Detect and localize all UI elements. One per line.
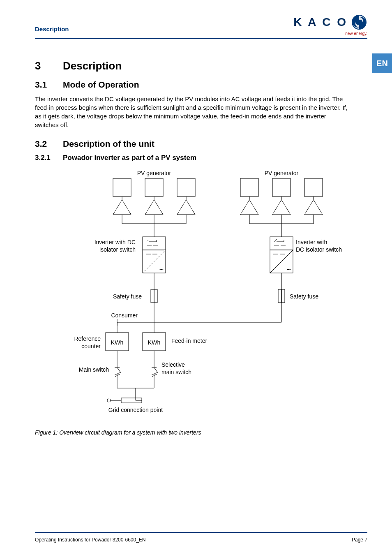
swirl-icon [351,14,367,30]
label-reference-counter-1: Reference [74,335,101,342]
section-number: 3 [35,60,63,72]
brand-name: K A C O [293,16,348,29]
label-inverter-left-line2: isolator switch [99,246,136,253]
label-pv-generator-left: PV generator [137,170,171,176]
label-consumer: Consumer [111,312,138,319]
svg-rect-12 [240,178,258,197]
subsection-title: Powador inverter as part of a PV system [63,154,196,162]
subsection-title: Description of the unit [63,139,154,148]
svg-point-70 [107,399,111,402]
svg-rect-1 [113,178,131,197]
label-inverter-right-line2: DC isolator switch [296,246,342,253]
language-tab: EN [372,53,392,73]
brand-block: K A C O new energy. [293,16,367,36]
label-pv-generator-right: PV generator [265,170,299,176]
label-feed-in-meter: Feed-in meter [171,338,207,344]
subsection-number: 3.2.1 [35,154,63,162]
mode-of-operation-body: The inverter converts the DC voltage gen… [35,95,351,129]
subsection-3-2-heading: 3.2Description of the unit [35,139,367,149]
page-header: Description K A C O new energy. [35,16,367,39]
circuit-diagram: PV generator PV generator [55,170,343,425]
figure-caption: Figure 1: Overview circuit diagram for a… [35,429,367,436]
page-footer: Operating Instructions for Powador 3200-… [35,532,367,543]
svg-rect-7 [177,178,195,197]
label-inverter-left-line1: Inverter with DC [95,239,136,245]
label-grid-connection: Grid connection point [108,407,163,413]
svg-rect-23 [143,237,166,250]
selective-main-switch-symbol [152,360,158,388]
svg-line-58 [117,368,121,373]
label-safety-fuse-left: Safety fuse [113,293,142,300]
label-selective-switch-2: main switch [161,369,191,375]
subsection-3-2-1-heading: 3.2.1Powador inverter as part of a PV sy… [35,154,367,162]
label-inverter-right-line1: Inverter with [296,239,327,245]
section-title: Description [63,60,122,72]
svg-rect-15 [272,178,291,197]
label-safety-fuse-right: Safety fuse [290,293,318,300]
section-heading: 3Description [35,60,367,72]
svg-rect-18 [304,178,323,197]
running-title: Description [35,16,69,32]
label-kwh-1: KWh [111,339,123,346]
main-switch-symbol [115,360,121,388]
subsection-title: Mode of Operation [63,80,139,89]
footer-doc-title: Operating Instructions for Powador 3200-… [35,537,146,543]
svg-text:∼: ∼ [286,266,291,273]
svg-rect-32 [270,237,293,250]
svg-rect-44 [281,289,285,303]
label-main-switch: Main switch [79,366,109,373]
label-kwh-2: KWh [148,339,160,346]
brand-tagline: new energy. [293,31,367,36]
label-selective-switch-1: Selective [161,361,185,368]
label-reference-counter-2: counter [81,343,101,349]
subsection-number: 3.1 [35,80,63,90]
svg-rect-42 [154,289,157,303]
svg-line-64 [154,368,158,373]
svg-rect-43 [278,289,281,303]
footer-page-number: Page 7 [352,537,367,543]
svg-rect-41 [151,289,154,303]
subsection-number: 3.2 [35,139,63,149]
subsection-3-1-heading: 3.1Mode of Operation [35,80,367,90]
svg-text:∼: ∼ [159,266,164,273]
svg-rect-4 [145,178,163,197]
